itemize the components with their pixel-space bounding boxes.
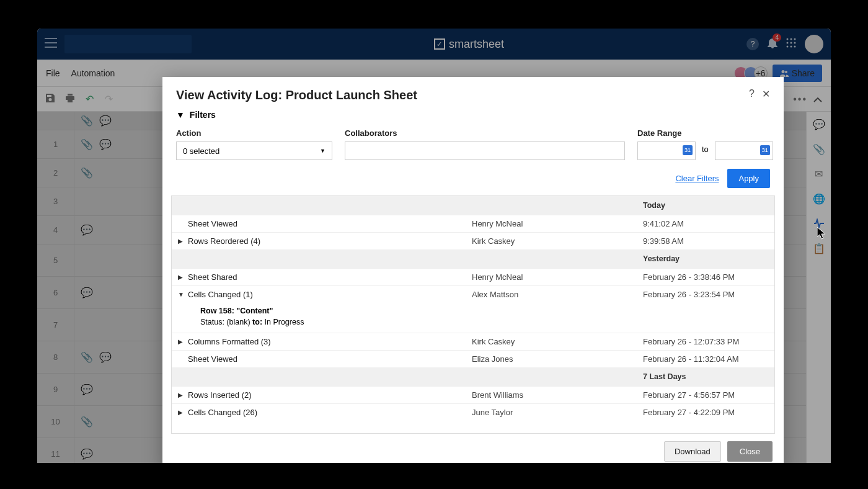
log-user: Eliza Jones	[472, 354, 643, 364]
collaborators-label: Collaborators	[345, 128, 625, 138]
log-action: Rows Inserted (2)	[188, 390, 472, 400]
action-label: Action	[176, 128, 332, 138]
log-detail-body: Status: (blank) to: In Progress	[200, 318, 774, 326]
expand-caret-icon[interactable]: ▶	[178, 392, 188, 398]
log-time: 9:41:02 AM	[643, 219, 684, 228]
activity-log-modal: View Activity Log: Product Launch Sheet …	[162, 77, 784, 463]
modal-help-icon[interactable]: ?	[749, 88, 755, 100]
log-user: Kirk Caskey	[472, 337, 643, 346]
expand-caret-icon[interactable]: ▶	[178, 238, 188, 244]
log-row[interactable]: ▶Rows Reordered (4)Kirk Caskey9:39:58 AM	[172, 232, 774, 249]
log-user: Kirk Caskey	[472, 236, 643, 246]
log-list: TodaySheet ViewedHenry McNeal9:41:02 AM▶…	[171, 195, 775, 434]
calendar-icon: 31	[760, 145, 770, 155]
chevron-down-icon: ▼	[320, 148, 326, 154]
log-user: Alex Mattson	[472, 290, 643, 299]
log-action: Sheet Viewed	[188, 354, 472, 364]
log-group-header: Today	[172, 196, 774, 215]
expand-caret-icon[interactable]: ▶	[178, 409, 188, 416]
log-user: June Taylor	[472, 408, 643, 417]
to-label: to	[699, 145, 711, 158]
calendar-icon: 31	[683, 145, 693, 155]
collaborators-input[interactable]	[345, 141, 625, 160]
action-select[interactable]: 0 selected ▼	[176, 141, 332, 160]
date-from-input[interactable]: 31	[637, 141, 696, 160]
log-time: February 26 - 3:38:46 PM	[643, 272, 735, 282]
log-detail: Row 158: "Content"Status: (blank) to: In…	[172, 303, 774, 333]
log-time: 9:39:58 AM	[643, 236, 684, 246]
log-action: Cells Changed (1)	[188, 290, 472, 299]
log-time: February 27 - 4:56:57 PM	[643, 390, 735, 400]
app-window: ✓ smartsheet ? 4 File Automation +6	[37, 29, 831, 463]
log-time: February 26 - 3:23:54 PM	[643, 290, 735, 299]
log-group-header: Yesterday	[172, 249, 774, 268]
expand-caret-icon[interactable]: ▼	[178, 291, 188, 298]
close-button[interactable]: Close	[727, 441, 773, 462]
log-action: Columns Formatted (3)	[188, 337, 472, 346]
log-time: February 27 - 4:22:09 PM	[643, 408, 735, 417]
modal-header: View Activity Log: Product Launch Sheet …	[162, 77, 784, 110]
log-action: Rows Reordered (4)	[188, 236, 472, 246]
apply-button[interactable]: Apply	[727, 169, 770, 188]
filters-label: Filters	[190, 110, 216, 120]
log-row[interactable]: ▶Columns Formatted (3)Kirk CaskeyFebruar…	[172, 333, 774, 350]
log-row[interactable]: ▶Sheet SharedHenry McNealFebruary 26 - 3…	[172, 268, 774, 285]
filters-toggle[interactable]: ▼ Filters	[176, 110, 770, 120]
clear-filters-link[interactable]: Clear Filters	[675, 174, 719, 183]
log-time: February 26 - 12:07:33 PM	[643, 337, 739, 346]
log-row[interactable]: Sheet ViewedEliza JonesFebruary 26 - 11:…	[172, 350, 774, 367]
modal-title: View Activity Log: Product Launch Sheet	[176, 88, 417, 102]
download-button[interactable]: Download	[664, 441, 721, 462]
filters-section: ▼ Filters Action 0 selected ▼ Collaborat…	[162, 110, 784, 195]
log-time: February 26 - 11:32:04 AM	[643, 354, 739, 364]
date-range-label: Date Range	[637, 128, 773, 138]
caret-down-icon: ▼	[176, 110, 185, 120]
log-row[interactable]: ▶Rows Inserted (2)Brent WilliamsFebruary…	[172, 386, 774, 403]
log-row[interactable]: ▶Cells Changed (26)June TaylorFebruary 2…	[172, 403, 774, 421]
log-action: Cells Changed (26)	[188, 408, 472, 417]
modal-close-icon[interactable]: ✕	[762, 88, 770, 100]
log-row[interactable]: ▼Cells Changed (1)Alex MattsonFebruary 2…	[172, 285, 774, 303]
log-action: Sheet Viewed	[188, 219, 472, 228]
log-detail-title: Row 158: "Content"	[200, 307, 774, 315]
log-user: Henry McNeal	[472, 219, 643, 228]
log-action: Sheet Shared	[188, 272, 472, 282]
expand-caret-icon[interactable]: ▶	[178, 274, 188, 280]
log-row[interactable]: Sheet ViewedHenry McNeal9:41:02 AM	[172, 215, 774, 232]
modal-footer: Download Close	[162, 434, 784, 463]
log-user: Henry McNeal	[472, 272, 643, 282]
expand-caret-icon[interactable]: ▶	[178, 338, 188, 345]
date-to-input[interactable]: 31	[715, 141, 773, 160]
log-user: Brent Williams	[472, 390, 643, 400]
log-group-header: 7 Last Days	[172, 367, 774, 386]
action-value: 0 selected	[183, 146, 219, 156]
